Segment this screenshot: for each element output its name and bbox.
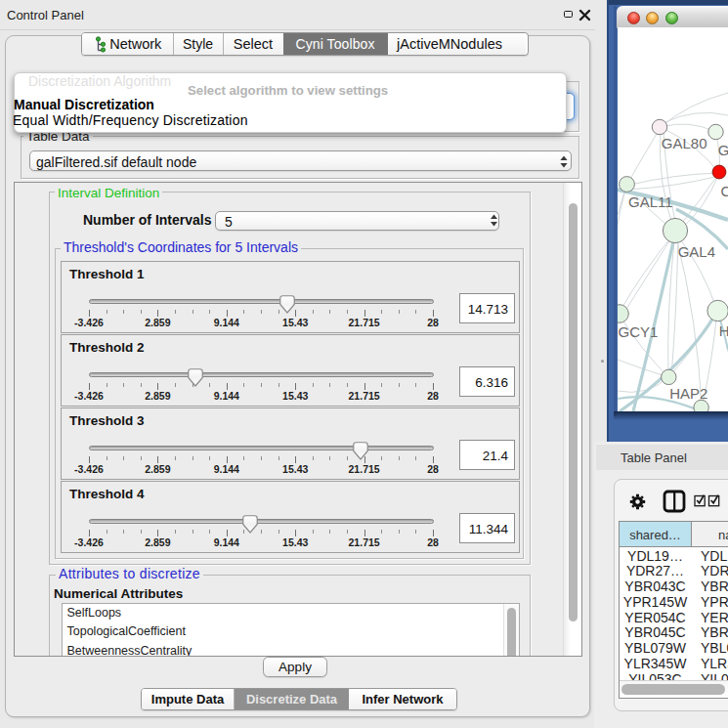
svg-text:C: C [721,183,728,199]
svg-text:GAL4: GAL4 [678,243,715,260]
svg-text:GAL80: GAL80 [662,135,707,151]
svg-text:HAP2: HAP2 [669,385,707,402]
svg-text:GCY1: GCY1 [619,323,659,340]
svg-text:GAL11: GAL11 [628,193,673,210]
svg-text:GA: GA [718,142,728,158]
svg-text:H: H [719,322,728,339]
